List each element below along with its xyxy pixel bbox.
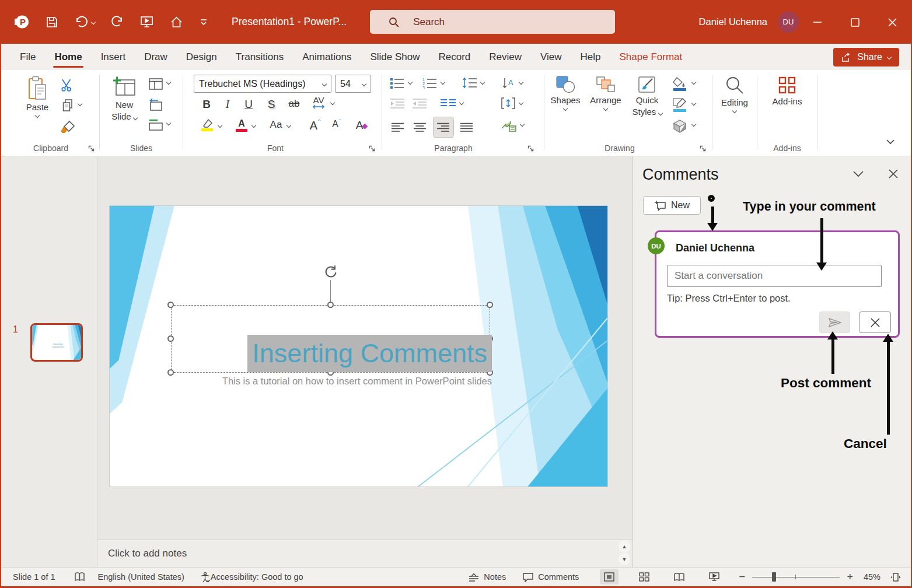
accessibility-icon[interactable]: [200, 572, 211, 583]
text-shadow-button[interactable]: S: [263, 98, 279, 111]
search-box[interactable]: [370, 10, 615, 34]
layout-dropdown-icon[interactable]: [167, 80, 170, 84]
tab-file[interactable]: File: [11, 44, 45, 70]
copy-button[interactable]: [61, 98, 75, 113]
accessibility-status[interactable]: Accessibility: Good to go: [211, 572, 303, 582]
format-painter-button[interactable]: [60, 120, 76, 136]
paste-dropdown-icon[interactable]: [35, 113, 40, 118]
tab-design[interactable]: Design: [177, 44, 226, 70]
shape-fill-dropdown-icon[interactable]: [692, 80, 696, 84]
align-text-button[interactable]: [501, 97, 516, 110]
underline-button[interactable]: U: [240, 98, 257, 111]
slide-subtitle[interactable]: This is a tutorial on how to insert comm…: [222, 376, 492, 387]
change-case-dropdown-icon[interactable]: [287, 124, 291, 127]
shape-effects-button[interactable]: [672, 119, 687, 134]
increase-indent-button[interactable]: [412, 98, 427, 108]
slide-layout-button[interactable]: [148, 78, 163, 90]
start-slideshow-icon[interactable]: [139, 15, 154, 29]
redo-button[interactable]: [110, 15, 124, 29]
share-button[interactable]: Share: [833, 48, 899, 66]
paste-button[interactable]: Paste: [19, 76, 56, 117]
shapes-button[interactable]: Shapes: [548, 76, 582, 110]
selection-handle[interactable]: [487, 302, 493, 308]
font-name-combo[interactable]: Trebuchet MS (Headings): [194, 75, 331, 93]
font-dialog-launcher[interactable]: [368, 145, 376, 152]
align-text-dropdown-icon[interactable]: [519, 101, 523, 104]
fit-slide-to-window-button[interactable]: [890, 572, 901, 583]
home-icon[interactable]: [169, 15, 184, 29]
scroll-up-button[interactable]: ▲: [619, 540, 630, 552]
notes-area[interactable]: Click to add notes: [97, 540, 633, 567]
tab-help[interactable]: Help: [571, 44, 610, 70]
selection-handle[interactable]: [167, 369, 174, 376]
powerpoint-logo-icon[interactable]: P: [14, 14, 30, 30]
scroll-down-button[interactable]: ▼: [619, 553, 630, 565]
tab-review[interactable]: Review: [480, 44, 531, 70]
comments-toggle[interactable]: Comments: [522, 572, 579, 582]
new-slide-dropdown-icon[interactable]: [133, 116, 138, 120]
arrange-button[interactable]: Arrange: [588, 76, 623, 110]
bold-button[interactable]: B: [198, 98, 215, 111]
italic-button[interactable]: I: [219, 98, 236, 111]
tab-view[interactable]: View: [531, 44, 571, 70]
columns-button[interactable]: [440, 98, 456, 107]
collapse-ribbon-button[interactable]: [886, 139, 895, 145]
justify-button[interactable]: [457, 118, 476, 136]
undo-dropdown-icon[interactable]: [91, 19, 96, 24]
tab-shape-format[interactable]: Shape Format: [610, 44, 692, 70]
shape-fill-button[interactable]: [672, 76, 687, 92]
spacing-dropdown-icon[interactable]: [331, 101, 334, 104]
clear-formatting-button[interactable]: A◆: [352, 119, 371, 132]
zoom-slider-thumb[interactable]: [772, 572, 776, 582]
comments-pane-close-icon[interactable]: [888, 169, 899, 179]
editing-dropdown-icon[interactable]: [732, 108, 737, 113]
increase-font-size-button[interactable]: Aˆ: [306, 119, 324, 132]
decrease-font-size-button[interactable]: Aˇ: [328, 119, 345, 130]
slide-canvas[interactable]: Inserting Comments This is a tutorial on…: [109, 205, 608, 487]
numbering-dropdown-icon[interactable]: [441, 80, 445, 84]
copy-dropdown-icon[interactable]: [78, 102, 82, 106]
align-right-button[interactable]: [433, 117, 454, 138]
change-case-button[interactable]: Aa: [267, 119, 285, 131]
smartart-dropdown-icon[interactable]: [520, 123, 524, 126]
add-ins-button[interactable]: Add-ins: [767, 76, 808, 106]
bullets-button[interactable]: [390, 77, 405, 89]
slide-show-view-button[interactable]: [705, 569, 724, 584]
slide-sorter-view-button[interactable]: [635, 569, 654, 584]
strikethrough-button[interactable]: ab: [285, 98, 303, 110]
comment-input[interactable]: [667, 265, 882, 287]
align-left-button[interactable]: [389, 118, 407, 136]
cut-button[interactable]: [60, 78, 75, 93]
tab-home[interactable]: Home: [45, 44, 91, 70]
convert-smartart-button[interactable]: [501, 119, 517, 133]
reading-view-button[interactable]: [670, 569, 689, 584]
decrease-indent-button[interactable]: [390, 98, 405, 108]
zoom-slider[interactable]: [752, 572, 840, 582]
notes-toggle[interactable]: Notes: [468, 572, 506, 582]
quick-styles-dropdown-icon[interactable]: [658, 111, 662, 116]
rotate-handle[interactable]: [323, 264, 338, 279]
shapes-dropdown-icon[interactable]: [563, 106, 568, 111]
slide-title[interactable]: Inserting Comments: [247, 335, 492, 372]
align-center-button[interactable]: [411, 118, 429, 136]
tab-animations[interactable]: Animations: [293, 44, 361, 70]
user-avatar[interactable]: DU: [778, 12, 799, 33]
tab-insert[interactable]: Insert: [92, 44, 135, 70]
slide-indicator[interactable]: Slide 1 of 1: [13, 572, 55, 582]
tab-transitions[interactable]: Transitions: [226, 44, 293, 70]
highlight-color-button[interactable]: [198, 119, 216, 131]
clipboard-dialog-launcher[interactable]: [88, 145, 95, 152]
zoom-in-button[interactable]: +: [847, 571, 853, 583]
post-comment-button[interactable]: [819, 312, 850, 333]
editing-button[interactable]: Editing: [717, 76, 753, 113]
font-color-button[interactable]: A: [233, 119, 250, 132]
spell-check-icon[interactable]: [74, 572, 85, 582]
font-size-combo[interactable]: 54: [335, 75, 371, 93]
search-input[interactable]: [413, 16, 588, 28]
paragraph-dialog-launcher[interactable]: [527, 145, 534, 152]
arrange-dropdown-icon[interactable]: [603, 106, 608, 111]
line-spacing-dropdown-icon[interactable]: [481, 80, 484, 84]
tab-slide-show[interactable]: Slide Show: [361, 44, 429, 70]
zoom-out-button[interactable]: −: [739, 570, 745, 583]
reset-slide-button[interactable]: [148, 98, 163, 112]
